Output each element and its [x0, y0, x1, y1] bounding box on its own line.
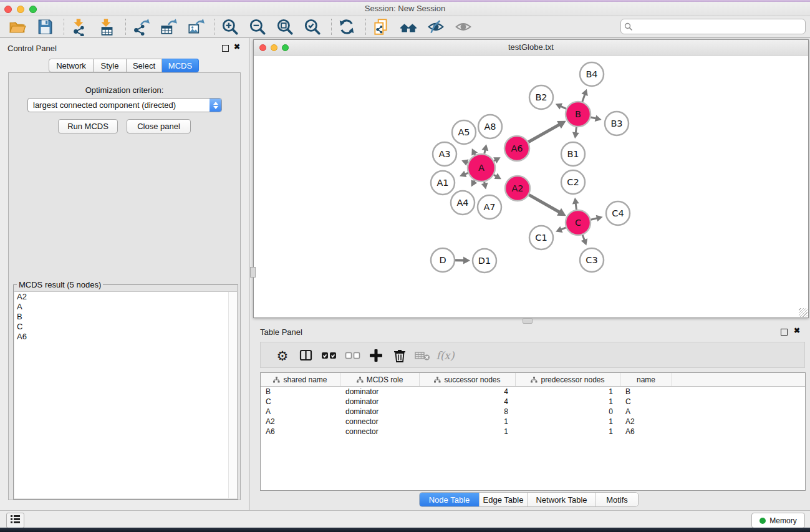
- column-header-name[interactable]: name: [620, 373, 672, 386]
- column-header-shared-name[interactable]: shared name: [261, 373, 340, 386]
- table-cell: 4: [420, 397, 516, 407]
- graph-node-B3[interactable]: B3: [605, 112, 629, 135]
- network-window-titlebar[interactable]: testGlobe.txt: [254, 40, 808, 56]
- show-all-button[interactable]: [451, 17, 476, 37]
- task-history-button[interactable]: [6, 513, 24, 528]
- graph-node-A7[interactable]: A7: [478, 195, 501, 219]
- graph-node-C[interactable]: C: [566, 210, 591, 235]
- table-row[interactable]: Bdominator41B: [261, 387, 805, 397]
- hide-selected-button[interactable]: [423, 17, 448, 37]
- graph-node-B[interactable]: B: [566, 102, 591, 127]
- window-resize-grip[interactable]: [799, 308, 808, 317]
- first-neighbors-button[interactable]: [396, 17, 421, 37]
- table-row[interactable]: Cdominator41C: [261, 397, 805, 407]
- table-row[interactable]: Adominator80A: [261, 407, 805, 417]
- svg-text:C2: C2: [567, 177, 579, 187]
- graph-edge-A-A8: [482, 144, 489, 153]
- tab-edge-table[interactable]: Edge Table: [480, 493, 528, 506]
- zoom-out-button[interactable]: [245, 17, 270, 37]
- close-panel-icon[interactable]: ✖: [234, 42, 240, 51]
- memory-button[interactable]: Memory: [751, 513, 805, 528]
- import-table-button[interactable]: [94, 17, 119, 37]
- table-cell: dominator: [340, 407, 420, 417]
- import-table-icon: [97, 17, 116, 36]
- search-input[interactable]: [635, 19, 805, 34]
- add-button[interactable]: [368, 347, 384, 364]
- mcds-result-item[interactable]: C: [14, 322, 237, 332]
- svg-text:B2: B2: [535, 92, 547, 102]
- zoom-fit-button[interactable]: [272, 17, 297, 37]
- show-columns-button[interactable]: [298, 347, 314, 364]
- graph-node-B2[interactable]: B2: [529, 85, 553, 109]
- close-panel-button[interactable]: Close panel: [127, 119, 191, 133]
- tab-motifs[interactable]: Motifs: [596, 493, 638, 506]
- graph-edge-C-C4: [591, 215, 602, 222]
- column-header-MCDS-role[interactable]: MCDS role: [340, 373, 420, 386]
- graph-edge-A-A1: [460, 171, 468, 177]
- select-all-columns-button[interactable]: [321, 347, 337, 364]
- table-toolbar: ⚙f(x): [260, 342, 805, 368]
- unselect-all-columns-button[interactable]: [345, 347, 361, 364]
- apply-layout-button[interactable]: [334, 17, 359, 37]
- svg-text:D: D: [439, 255, 446, 265]
- save-session-button[interactable]: [32, 17, 57, 37]
- graph-node-B1[interactable]: B1: [561, 142, 585, 166]
- import-network-button[interactable]: [67, 17, 92, 37]
- zoom-in-button[interactable]: [218, 17, 243, 37]
- graph-node-A4[interactable]: A4: [451, 191, 475, 215]
- export-network-button[interactable]: [128, 17, 153, 37]
- graph-node-B4[interactable]: B4: [580, 62, 604, 86]
- tab-network-table[interactable]: Network Table: [528, 493, 596, 506]
- float-panel-icon[interactable]: [781, 329, 788, 336]
- zoom-fit-icon: [276, 17, 294, 36]
- table-row[interactable]: A2connector11A2: [261, 417, 805, 427]
- export-image-button[interactable]: [183, 17, 208, 37]
- tab-select[interactable]: Select: [127, 59, 162, 72]
- svg-text:A: A: [478, 163, 485, 173]
- graph-node-A6[interactable]: A6: [504, 136, 529, 161]
- mcds-result-item[interactable]: A: [14, 302, 237, 312]
- mcds-result-item[interactable]: A2: [14, 292, 237, 302]
- graph-node-A2[interactable]: A2: [505, 176, 530, 201]
- svg-text:A2: A2: [511, 183, 523, 193]
- column-header-successor-nodes[interactable]: successor nodes: [420, 373, 516, 386]
- mcds-result-item[interactable]: B: [14, 312, 237, 322]
- tab-mcds[interactable]: MCDS: [162, 59, 199, 72]
- graph-node-C3[interactable]: C3: [580, 248, 604, 272]
- graph-node-A8[interactable]: A8: [478, 115, 502, 138]
- graph-node-A5[interactable]: A5: [452, 120, 476, 144]
- tab-network[interactable]: Network: [49, 59, 94, 72]
- svg-text:C: C: [575, 218, 581, 228]
- float-panel-icon[interactable]: [222, 45, 229, 52]
- settings-gear-button[interactable]: ⚙: [274, 347, 291, 364]
- column-header-predecessor-nodes[interactable]: predecessor nodes: [516, 373, 620, 386]
- network-graph-canvas[interactable]: B4B2BB3A5A8A6A3AB1A1C2A2A4A7CC4C1C3DD1: [254, 55, 808, 317]
- search-field[interactable]: [620, 19, 806, 34]
- new-network-button[interactable]: [369, 17, 393, 37]
- export-table-button[interactable]: [156, 17, 181, 37]
- graph-node-C1[interactable]: C1: [529, 226, 553, 249]
- column-header-label: successor nodes: [444, 375, 500, 384]
- result-scrollbar[interactable]: [228, 292, 237, 498]
- mcds-result-item[interactable]: A6: [14, 332, 237, 342]
- close-panel-icon[interactable]: ✖: [794, 326, 800, 335]
- graph-node-A3[interactable]: A3: [433, 142, 456, 166]
- open-session-button[interactable]: [5, 17, 30, 37]
- delete-button[interactable]: [392, 347, 408, 364]
- graph-node-D[interactable]: D: [431, 248, 455, 272]
- table-cell: 1: [420, 417, 516, 427]
- graph-node-C2[interactable]: C2: [561, 170, 585, 194]
- table-row[interactable]: A6connector11A6: [261, 427, 805, 437]
- svg-text:D1: D1: [478, 256, 491, 266]
- optimization-criterion-dropdown[interactable]: largest connected component (directed): [27, 98, 222, 112]
- graph-node-A1[interactable]: A1: [431, 171, 455, 195]
- splitter-grip[interactable]: [250, 267, 256, 278]
- tab-style[interactable]: Style: [94, 59, 127, 72]
- graph-node-A[interactable]: A: [468, 154, 495, 181]
- graph-node-D1[interactable]: D1: [473, 249, 496, 273]
- run-mcds-button[interactable]: Run MCDS: [58, 119, 118, 133]
- zoom-selected-button[interactable]: [300, 17, 325, 37]
- graph-node-C4[interactable]: C4: [606, 201, 630, 225]
- table-cell: 1: [516, 387, 620, 397]
- tab-node-table[interactable]: Node Table: [420, 493, 480, 506]
